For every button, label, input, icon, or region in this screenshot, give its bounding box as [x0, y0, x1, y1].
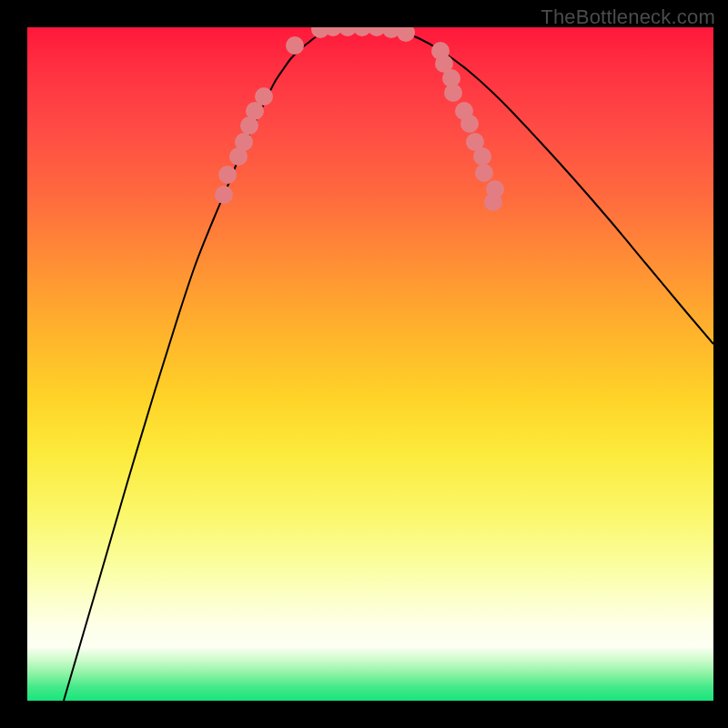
- curve-group: [64, 27, 713, 701]
- scatter-dot: [235, 133, 253, 151]
- scatter-dot: [215, 186, 233, 204]
- scatter-dot: [286, 36, 304, 55]
- curve-curve-left: [64, 27, 364, 701]
- scatter-dot: [475, 164, 493, 182]
- chart-svg: [27, 27, 713, 701]
- scatter-dot: [255, 87, 273, 106]
- scatter-dot: [397, 27, 415, 42]
- plot-area: [27, 27, 713, 701]
- curve-curve-right: [364, 27, 713, 344]
- scatter-dot: [218, 166, 237, 184]
- chart-container: TheBottleneck.com: [0, 0, 728, 728]
- watermark-text: TheBottleneck.com: [541, 5, 715, 29]
- scatter-dot: [444, 84, 462, 102]
- scatter-group: [215, 27, 504, 211]
- scatter-dot: [473, 147, 491, 166]
- scatter-dot: [486, 180, 504, 198]
- scatter-dot: [460, 115, 479, 133]
